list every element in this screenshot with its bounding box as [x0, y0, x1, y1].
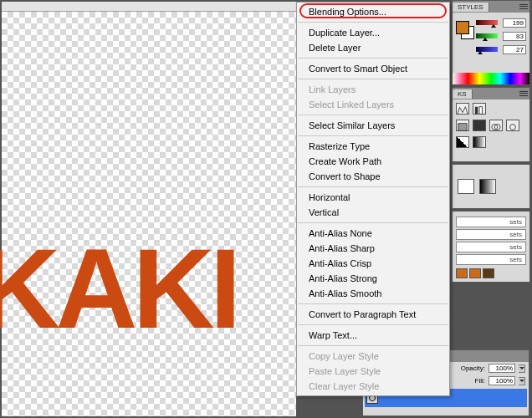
channel-mixer-icon[interactable]	[506, 120, 519, 131]
presets-panel: sets sets sets sets	[452, 211, 530, 283]
transparency-checker	[2, 12, 296, 416]
menu-separator	[298, 22, 448, 23]
menu-item-anti-alias-sharp[interactable]: Anti-Alias Sharp	[297, 241, 449, 256]
menu-item-rasterize-type[interactable]: Rasterize Type	[297, 139, 449, 154]
menu-separator	[298, 115, 448, 115]
text-layer-content[interactable]: KAKI	[0, 232, 236, 345]
menu-separator	[298, 58, 448, 59]
menu-item-anti-alias-crisp[interactable]: Anti-Alias Crisp	[297, 256, 449, 271]
menu-item-convert-to-shape[interactable]: Convert to Shape	[297, 169, 449, 184]
menu-item-select-similar-layers[interactable]: Select Similar Layers	[297, 118, 449, 133]
r-value[interactable]: 199	[503, 18, 526, 28]
b-slider[interactable]	[476, 47, 498, 52]
menu-separator	[298, 303, 448, 304]
mask-thumbnail-icon[interactable]	[458, 179, 474, 194]
styles-tab[interactable]: STYLES	[453, 3, 489, 12]
curves-icon[interactable]	[473, 103, 486, 115]
menu-separator	[298, 345, 448, 346]
menu-separator	[298, 79, 448, 79]
fill-label: Fill:	[475, 377, 485, 385]
menu-item-anti-alias-none[interactable]: Anti-Alias None	[297, 226, 449, 241]
mask-panel	[452, 164, 530, 209]
levels-icon[interactable]	[456, 103, 469, 115]
menu-item-convert-to-paragraph-text[interactable]: Convert to Paragraph Text	[297, 307, 449, 322]
opacity-field[interactable]: 100%	[489, 364, 515, 373]
menu-item-warp-text[interactable]: Warp Text...	[297, 328, 449, 343]
color-balance-icon[interactable]	[473, 120, 486, 131]
menu-item-duplicate-layer[interactable]: Duplicate Layer...	[297, 25, 449, 40]
g-value[interactable]: 83	[503, 32, 526, 41]
adjustments-panel: KS	[452, 87, 530, 162]
layer-context-menu: Blending Options...Duplicate Layer...Del…	[296, 2, 450, 396]
menu-item-link-layers: Link Layers	[297, 82, 449, 97]
menu-item-copy-layer-style: Copy Layer Style	[297, 349, 449, 364]
g-slider[interactable]	[476, 33, 498, 38]
menu-separator	[298, 186, 448, 187]
photo-filter-icon[interactable]	[489, 120, 503, 131]
color-panel: STYLES 199 83 27	[452, 0, 530, 85]
foreground-color-swatch[interactable]	[456, 21, 469, 34]
menu-item-horizontal[interactable]: Horizontal	[297, 190, 449, 205]
gradient-swatch-icon[interactable]	[479, 179, 496, 194]
menu-item-select-linked-layers: Select Linked Layers	[297, 97, 449, 112]
menu-item-delete-layer[interactable]: Delete Layer	[297, 40, 449, 55]
menu-separator	[298, 135, 448, 136]
preset-row[interactable]: sets	[456, 217, 526, 227]
opacity-label: Opacity:	[461, 364, 485, 372]
menu-item-convert-to-smart-object[interactable]: Convert to Smart Object	[297, 61, 449, 76]
foreground-background-swatch[interactable]	[456, 21, 474, 39]
preset-row[interactable]: sets	[456, 254, 526, 265]
panel-flyout-icon[interactable]	[519, 90, 528, 97]
fill-dropdown[interactable]	[519, 377, 525, 385]
menu-item-anti-alias-smooth[interactable]: Anti-Alias Smooth	[297, 286, 449, 301]
menu-item-paste-layer-style: Paste Layer Style	[297, 364, 449, 379]
svg-rect-1	[479, 107, 482, 115]
r-slider[interactable]	[476, 20, 498, 25]
menu-item-anti-alias-strong[interactable]: Anti-Alias Strong	[297, 271, 449, 286]
preset-row[interactable]: sets	[456, 242, 526, 252]
adjustments-tab[interactable]: KS	[453, 89, 473, 99]
svg-point-5	[510, 125, 516, 130]
b-value[interactable]: 27	[503, 45, 526, 54]
menu-item-clear-layer-style: Clear Layer Style	[297, 379, 449, 394]
menu-separator	[298, 324, 448, 325]
swatch[interactable]	[469, 268, 481, 278]
color-spectrum-ramp[interactable]	[453, 73, 529, 84]
fill-field[interactable]: 100%	[489, 376, 515, 385]
svg-rect-2	[458, 124, 467, 131]
menu-separator	[298, 222, 448, 223]
svg-rect-0	[475, 107, 478, 115]
menu-item-blending-options[interactable]: Blending Options...	[297, 4, 449, 19]
swatch[interactable]	[483, 268, 494, 278]
document-canvas[interactable]: KAKI	[2, 2, 296, 416]
menu-item-create-work-path[interactable]: Create Work Path	[297, 154, 449, 169]
swatch[interactable]	[456, 268, 468, 278]
ruler-horizontal	[2, 2, 296, 12]
menu-item-vertical[interactable]: Vertical	[297, 205, 449, 220]
invert-icon[interactable]	[456, 136, 469, 148]
gradient-map-icon[interactable]	[473, 136, 486, 148]
preset-row[interactable]: sets	[456, 229, 526, 240]
opacity-dropdown[interactable]	[519, 364, 525, 373]
panel-flyout-icon[interactable]	[519, 3, 528, 10]
hue-sat-icon[interactable]	[456, 120, 469, 131]
